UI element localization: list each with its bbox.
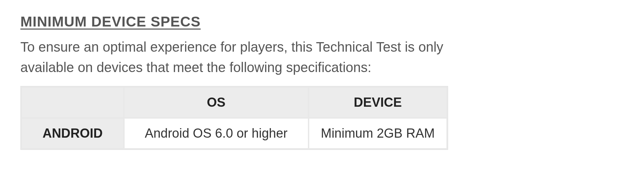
table-row: ANDROID Android OS 6.0 or higher Minimum…	[22, 119, 446, 148]
table-header-device: DEVICE	[309, 88, 446, 117]
table-cell-os: Android OS 6.0 or higher	[125, 119, 308, 148]
table-header-empty	[22, 88, 123, 117]
section-title: MINIMUM DEVICE SPECS	[20, 14, 624, 30]
table-header-row: OS DEVICE	[22, 88, 446, 117]
section-description: To ensure an optimal experience for play…	[20, 37, 496, 77]
table-cell-device: Minimum 2GB RAM	[309, 119, 446, 148]
specs-table: OS DEVICE ANDROID Android OS 6.0 or high…	[20, 86, 448, 150]
table-header-os: OS	[125, 88, 308, 117]
table-cell-platform: ANDROID	[22, 119, 123, 148]
